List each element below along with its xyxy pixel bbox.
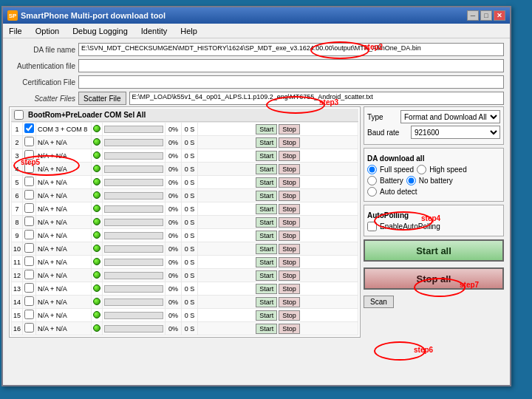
row-checkbox-cell[interactable] <box>23 229 36 242</box>
stop-button[interactable]: Stop <box>279 244 300 254</box>
port-checkbox[interactable] <box>24 123 34 133</box>
port-checkbox[interactable] <box>24 216 34 226</box>
stop-button[interactable]: Stop <box>279 151 300 161</box>
no-battery-radio[interactable] <box>406 176 416 185</box>
port-checkbox[interactable] <box>24 323 34 332</box>
time-sec: 0 S <box>182 242 198 256</box>
main-window: SP SmartPhone Multi-port download tool ─… <box>1 6 511 386</box>
row-checkbox-cell[interactable] <box>23 216 36 229</box>
auth-file-input[interactable] <box>78 59 504 72</box>
row-num: 3 <box>12 149 23 163</box>
da-file-input[interactable]: E:\SVN_MDT_CHECKSUMGEN\MDT_HISTORY\1624\… <box>78 43 504 56</box>
row-checkbox-cell[interactable] <box>23 282 36 296</box>
close-button[interactable]: ✕ <box>494 10 505 21</box>
port-checkbox[interactable] <box>24 283 34 293</box>
stop-all-button[interactable]: Stop all <box>364 267 504 290</box>
port-progress-cell <box>103 189 166 202</box>
menu-identity[interactable]: Identity <box>138 26 170 36</box>
port-checkbox[interactable] <box>24 256 34 266</box>
start-button[interactable]: Start <box>256 124 277 134</box>
start-button[interactable]: Start <box>256 217 277 228</box>
row-checkbox-cell[interactable] <box>23 149 36 163</box>
port-checkbox[interactable] <box>24 163 34 173</box>
scatter-file-input[interactable]: E:\MP_LOAD\k55v1_64_op01_ALPS.L1.p109.2_… <box>129 92 504 105</box>
stop-button[interactable]: Stop <box>279 257 300 267</box>
stop-button[interactable]: Stop <box>279 137 300 148</box>
progress-bar <box>104 205 163 213</box>
baud-select[interactable]: 921600 <box>411 126 500 139</box>
start-button[interactable]: Start <box>256 177 277 188</box>
row-checkbox-cell[interactable] <box>23 163 36 176</box>
start-button[interactable]: Start <box>256 244 277 254</box>
battery-radio[interactable] <box>367 176 377 185</box>
stop-button[interactable]: Stop <box>279 191 300 201</box>
start-button[interactable]: Start <box>256 164 277 174</box>
row-checkbox-cell[interactable] <box>23 123 36 136</box>
select-all-checkbox[interactable] <box>14 110 24 120</box>
start-button[interactable]: Start <box>256 137 277 148</box>
start-all-button[interactable]: Start all <box>364 239 504 262</box>
stop-button[interactable]: Stop <box>279 164 300 174</box>
start-button[interactable]: Start <box>256 204 277 214</box>
start-button[interactable]: Start <box>256 257 277 267</box>
stop-button[interactable]: Stop <box>279 231 300 241</box>
row-checkbox-cell[interactable] <box>23 202 36 216</box>
auto-detect-radio[interactable] <box>367 187 377 197</box>
port-checkbox[interactable] <box>24 243 34 253</box>
stop-button[interactable]: Stop <box>279 297 300 307</box>
row-checkbox-cell[interactable] <box>23 242 36 256</box>
menu-option[interactable]: Option <box>33 26 62 36</box>
maximize-button[interactable]: □ <box>480 10 492 21</box>
high-speed-radio[interactable] <box>417 165 426 174</box>
start-button[interactable]: Start <box>256 231 277 241</box>
stop-button[interactable]: Stop <box>279 204 300 214</box>
scatter-file-button[interactable]: Scatter File <box>78 92 126 105</box>
full-speed-radio[interactable] <box>367 165 377 174</box>
start-button[interactable]: Start <box>256 297 277 307</box>
start-button[interactable]: Start <box>256 284 277 294</box>
time-sec: 0 S <box>182 163 198 176</box>
scan-row: Scan <box>364 296 504 308</box>
stop-button[interactable]: Stop <box>279 310 300 321</box>
row-checkbox-cell[interactable] <box>23 189 36 202</box>
port-checkbox[interactable] <box>24 190 34 200</box>
port-dot-cell <box>92 242 103 256</box>
port-checkbox[interactable] <box>24 296 34 306</box>
minimize-button[interactable]: ─ <box>467 10 479 21</box>
row-checkbox-cell[interactable] <box>23 296 36 309</box>
row-checkbox-cell[interactable] <box>23 322 36 335</box>
row-checkbox-cell[interactable] <box>23 136 36 149</box>
menu-help[interactable]: Help <box>177 26 200 36</box>
stop-button[interactable]: Stop <box>279 217 300 228</box>
start-button[interactable]: Start <box>256 151 277 161</box>
menu-file[interactable]: File <box>6 26 25 36</box>
row-checkbox-cell[interactable] <box>23 269 36 282</box>
port-checkbox[interactable] <box>24 270 34 279</box>
enable-auto-polling-checkbox[interactable] <box>367 222 377 231</box>
row-checkbox-cell[interactable] <box>23 309 36 322</box>
stop-button[interactable]: Stop <box>279 270 300 281</box>
row-num: 16 <box>12 322 23 335</box>
row-checkbox-cell[interactable] <box>23 256 36 269</box>
scatter-section-label: Scatter Files <box>9 95 75 103</box>
port-checkbox[interactable] <box>24 230 34 239</box>
start-button[interactable]: Start <box>256 310 277 321</box>
start-button[interactable]: Start <box>256 191 277 201</box>
port-checkbox[interactable] <box>24 177 34 186</box>
stop-button[interactable]: Stop <box>279 284 300 294</box>
stop-button[interactable]: Stop <box>279 177 300 188</box>
cert-file-input[interactable] <box>78 75 504 89</box>
start-button[interactable]: Start <box>256 324 277 334</box>
port-checkbox[interactable] <box>24 310 34 319</box>
menu-debug[interactable]: Debug Logging <box>69 26 131 36</box>
stop-button[interactable]: Stop <box>279 324 300 334</box>
port-checkbox[interactable] <box>24 137 34 146</box>
scan-button[interactable]: Scan <box>364 296 394 308</box>
stop-button[interactable]: Stop <box>279 124 300 134</box>
time-sec: 0 S <box>182 216 198 229</box>
row-checkbox-cell[interactable] <box>23 176 36 189</box>
port-checkbox[interactable] <box>24 150 34 160</box>
port-checkbox[interactable] <box>24 203 34 213</box>
type-select[interactable]: Format and Download All <box>400 110 500 123</box>
start-button[interactable]: Start <box>256 270 277 281</box>
